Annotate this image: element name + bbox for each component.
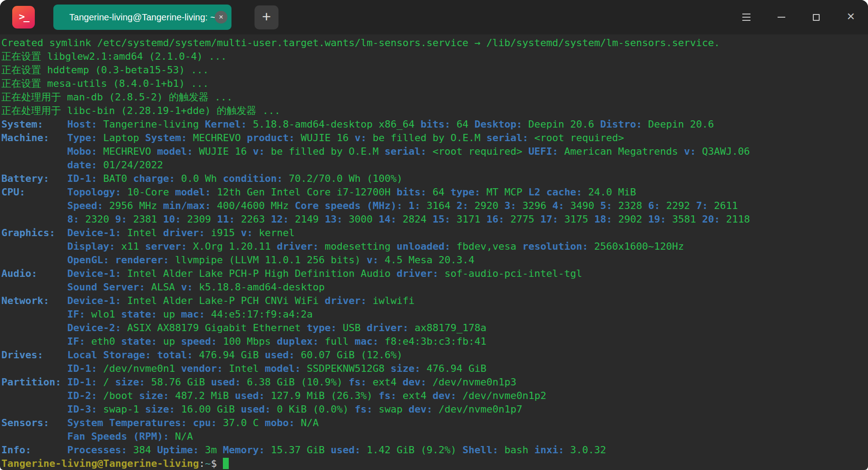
terminal-tab[interactable]: Tangerine-living@Tangerine-living: ~ × [53, 5, 231, 30]
terminal-window: >_ Tangerine-living@Tangerine-living: ~ … [0, 0, 868, 470]
terminal-line: CPU: Topology: 10-Core model: 12th Gen I… [1, 185, 867, 199]
terminal-app-icon: >_ [12, 6, 35, 28]
terminal-line: Sound Server: ALSA v: k5.18.8-amd64-desk… [1, 280, 867, 294]
terminal-line: 正在设置 hddtemp (0.3-beta15-53) ... [1, 63, 867, 77]
terminal-line: Speed: 2956 MHz min/max: 400/4600 MHz Co… [1, 199, 867, 213]
terminal-line: Battery: ID-1: BAT0 charge: 0.0 Wh condi… [1, 172, 867, 185]
tab-close-icon: × [219, 13, 223, 21]
minimize-icon [778, 17, 785, 18]
terminal-line: OpenGL: renderer: llvmpipe (LLVM 11.0.1 … [1, 253, 867, 267]
menu-button[interactable] [734, 5, 759, 30]
terminal-line: Audio: Device-1: Intel Alder Lake PCH-P … [1, 267, 867, 280]
terminal-line: Tangerine-living@Tangerine-living:~$ [1, 457, 867, 470]
tab-close-button[interactable]: × [215, 11, 227, 24]
terminal-line: 正在处理用于 libc-bin (2.28.19-1+dde) 的触发器 ... [1, 104, 867, 118]
terminal-line: Fan Speeds (RPM): N/A [1, 430, 867, 443]
cursor [223, 458, 229, 469]
terminal-line: 正在设置 mesa-utils (8.4.0-1+b1) ... [1, 77, 867, 90]
terminal-line: ID-3: swap-1 size: 16.00 GiB used: 0 KiB… [1, 403, 867, 416]
terminal-line: 8: 2320 9: 2381 10: 2309 11: 2263 12: 21… [1, 213, 867, 226]
terminal-line: IF: wlo1 state: up mac: 44:e5:17:f9:a4:2… [1, 308, 867, 321]
terminal-line: Sensors: System Temperatures: cpu: 37.0 … [1, 416, 867, 430]
terminal-line: Network: Device-1: Intel Alder Lake-P PC… [1, 294, 867, 308]
close-button[interactable]: × [838, 5, 863, 30]
terminal-line: Partition: ID-1: / size: 58.76 GiB used:… [1, 375, 867, 389]
terminal-line: Machine: Type: Laptop System: MECHREVO p… [1, 131, 867, 145]
terminal-line: System: Host: Tangerine-living Kernel: 5… [1, 118, 867, 131]
close-icon: × [847, 9, 855, 23]
terminal-line: Graphics: Device-1: Intel driver: i915 v… [1, 226, 867, 240]
maximize-button[interactable] [803, 5, 829, 30]
terminal-line: 正在处理用于 man-db (2.8.5-2) 的触发器 ... [1, 90, 867, 104]
terminal-output[interactable]: Created symlink /etc/systemd/system/mult… [0, 34, 868, 470]
terminal-app-icon-glyph: >_ [19, 11, 28, 22]
terminal-line: IF: eth0 state: up speed: 100 Mbps duple… [1, 335, 867, 348]
window-controls: × [734, 0, 863, 34]
terminal-line: Device-2: ASIX AX88179 Gigabit Ethernet … [1, 321, 867, 335]
terminal-line: Info: Processes: 384 Uptime: 3m Memory: … [1, 443, 867, 457]
tab-title: Tangerine-living@Tangerine-living: ~ [69, 12, 215, 23]
terminal-line: Created symlink /etc/systemd/system/mult… [1, 36, 867, 50]
terminal-line: date: 01/24/2022 [1, 158, 867, 172]
terminal-line: 正在设置 libglew2.1:amd64 (2.1.0-4) ... [1, 50, 867, 63]
terminal-line: ID-2: /boot size: 487.2 MiB used: 127.9 … [1, 389, 867, 403]
terminal-line: Display: x11 server: X.Org 1.20.11 drive… [1, 240, 867, 253]
menu-icon [742, 14, 750, 14]
minimize-button[interactable] [769, 5, 794, 30]
terminal-line: Mobo: MECHREVO model: WUJIE 16 v: be fil… [1, 145, 867, 158]
new-tab-button[interactable]: + [255, 5, 278, 29]
maximize-icon [813, 14, 820, 21]
new-tab-icon: + [262, 9, 271, 24]
terminal-line: ID-1: /dev/nvme0n1 vendor: Intel model: … [1, 362, 867, 375]
terminal-line: Drives: Local Storage: total: 476.94 GiB… [1, 348, 867, 362]
titlebar[interactable]: >_ Tangerine-living@Tangerine-living: ~ … [0, 0, 868, 34]
